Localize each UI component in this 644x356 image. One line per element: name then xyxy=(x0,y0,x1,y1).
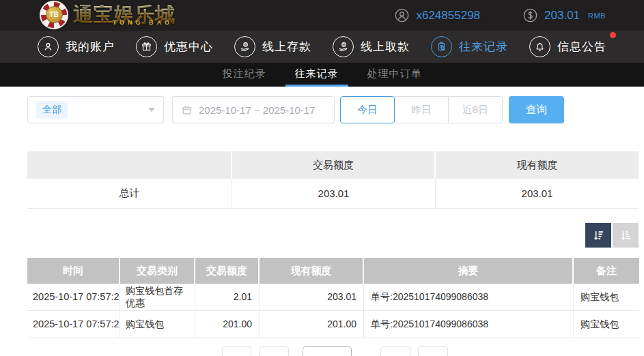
pagination-button[interactable] xyxy=(380,346,410,356)
chip-tb-monogram: TB xyxy=(46,6,63,23)
date-range-input[interactable]: 2025-10-17 ~ 2025-10-17 xyxy=(172,96,335,123)
username-text: x624855298 xyxy=(416,9,480,23)
nav-item-transaction-records[interactable]: 往来记录 xyxy=(431,36,508,57)
summary-total-label: 总计 xyxy=(27,179,232,208)
filter-row: 全部 2025-10-17 ~ 2025-10-17 今日 昨日 近8日 查询 xyxy=(27,96,644,123)
chevron-down-icon xyxy=(148,108,155,112)
notification-badge xyxy=(610,32,616,38)
cell-remark: 购宝钱包 xyxy=(574,311,639,338)
pagination-button[interactable] xyxy=(418,346,448,356)
nav-item-deposit[interactable]: 线上存款 xyxy=(234,36,311,57)
topbar-account-area: x624855298 203.01 RMB xyxy=(394,8,644,23)
cell-remark: 购宝钱包 xyxy=(574,284,639,310)
type-select[interactable]: 全部 xyxy=(27,96,164,123)
account-balance[interactable]: 203.01 RMB xyxy=(522,8,606,23)
user-icon xyxy=(38,36,59,57)
summary-table: 交易额度 现有额度 总计 203.01 203.01 xyxy=(27,151,639,209)
today-button[interactable]: 今日 xyxy=(340,96,395,123)
nav-item-announcements[interactable]: 信息公告 xyxy=(529,36,606,57)
col-header-summary: 摘要 xyxy=(364,258,574,284)
table-row: 2025-10-17 07:57:26 购宝钱包首存优惠 2.01 203.01… xyxy=(27,284,639,311)
cell-summary: 单号:202510174099086038 xyxy=(364,311,574,338)
logo-subtitle: TONG BAO xyxy=(113,20,173,26)
pagination-button[interactable] xyxy=(260,346,289,356)
nav-item-promotions[interactable]: 优惠中心 xyxy=(136,36,213,57)
cell-balance: 203.01 xyxy=(260,284,364,310)
pagination-button[interactable] xyxy=(222,346,251,356)
type-select-value: 全部 xyxy=(36,101,68,119)
search-button[interactable]: 查询 xyxy=(509,96,564,123)
date-range-value: 2025-10-17 ~ 2025-10-17 xyxy=(199,104,316,116)
last-8-days-button[interactable]: 近8日 xyxy=(448,96,503,123)
cell-summary: 单号:202510174099086038 xyxy=(364,284,574,310)
bell-icon xyxy=(529,36,550,57)
summary-transaction-amount: 203.01 xyxy=(232,179,436,208)
nav-item-my-account[interactable]: 我的账户 xyxy=(38,36,115,57)
sort-descending-button[interactable] xyxy=(585,223,611,248)
summary-header-current-amount: 现有额度 xyxy=(436,151,639,179)
gift-icon xyxy=(136,36,157,57)
records-icon xyxy=(431,36,452,57)
sub-nav: 投注纪录 往来记录 处理中订单 xyxy=(0,63,644,87)
summary-header-transaction-amount: 交易额度 xyxy=(232,151,436,179)
col-header-type: 交易类别 xyxy=(120,258,195,284)
top-bar: TB 通宝娱乐城 TONG BAO x624855298 203 xyxy=(0,0,644,31)
cell-amount: 2.01 xyxy=(195,284,260,310)
balance-text: 203.01 xyxy=(544,9,580,23)
col-header-time: 时间 xyxy=(27,258,120,284)
poker-chip-logo-icon: TB xyxy=(40,1,68,29)
quick-date-group: 今日 昨日 近8日 xyxy=(340,96,503,123)
summary-header-empty xyxy=(27,151,232,179)
tab-betting-records[interactable]: 投注纪录 xyxy=(213,63,276,87)
col-header-amount: 交易额度 xyxy=(195,258,260,284)
user-avatar-icon xyxy=(394,8,410,23)
summary-current-amount: 203.01 xyxy=(436,179,639,208)
summary-total-row: 总计 203.01 203.01 xyxy=(27,179,639,209)
currency-label: RMB xyxy=(588,12,606,20)
cell-type: 购宝钱包 xyxy=(120,311,195,338)
withdraw-icon: $ xyxy=(333,36,354,57)
svg-text:$: $ xyxy=(343,42,345,46)
records-header-row: 时间 交易类别 交易额度 现有额度 摘要 备注 xyxy=(27,258,639,284)
nav-item-withdraw[interactable]: $ 线上取款 xyxy=(333,36,410,57)
summary-header-row: 交易额度 现有额度 xyxy=(27,151,639,179)
main-nav: 我的账户 优惠中心 线上存款 $ 线 xyxy=(0,31,644,63)
deposit-icon xyxy=(234,36,255,57)
yesterday-button[interactable]: 昨日 xyxy=(394,96,449,123)
cell-balance: 201.00 xyxy=(260,311,364,338)
col-header-remark: 备注 xyxy=(574,258,639,284)
pagination-page-size-select[interactable] xyxy=(303,346,352,356)
records-table: 时间 交易类别 交易额度 现有额度 摘要 备注 2025-10-17 07:57… xyxy=(27,258,639,338)
sort-ascending-button[interactable] xyxy=(613,223,639,248)
tab-transaction-records[interactable]: 往来记录 xyxy=(285,63,348,87)
cell-time: 2025-10-17 07:57:26 xyxy=(27,311,120,338)
col-header-balance: 现有额度 xyxy=(260,258,364,284)
calendar-icon xyxy=(181,104,193,116)
site-logo[interactable]: TB 通宝娱乐城 TONG BAO xyxy=(40,2,176,29)
cell-amount: 201.00 xyxy=(195,311,260,338)
dollar-icon xyxy=(522,8,538,23)
table-row: 2025-10-17 07:57:26 购宝钱包 201.00 201.00 单… xyxy=(27,311,639,338)
account-username[interactable]: x624855298 xyxy=(394,8,480,23)
logo-text: 通宝娱乐城 TONG BAO xyxy=(73,5,176,26)
cell-time: 2025-10-17 07:57:26 xyxy=(27,284,120,310)
tab-pending-orders[interactable]: 处理中订单 xyxy=(358,63,432,87)
cell-type: 购宝钱包首存优惠 xyxy=(120,284,195,310)
sort-controls xyxy=(27,223,639,248)
